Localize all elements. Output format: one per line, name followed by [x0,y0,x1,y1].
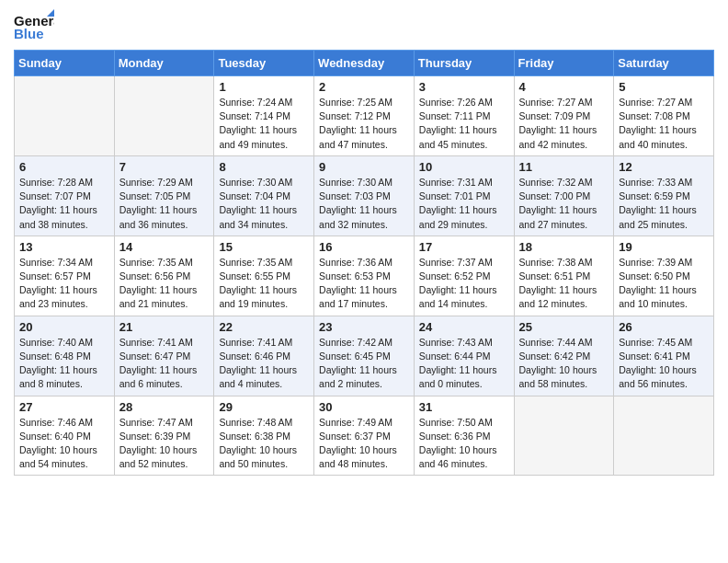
calendar-cell: 30Sunrise: 7:49 AM Sunset: 6:37 PM Dayli… [314,396,415,476]
day-detail: Sunrise: 7:38 AM Sunset: 6:51 PM Dayligh… [519,256,609,312]
day-number: 15 [219,240,309,254]
calendar-cell: 26Sunrise: 7:45 AM Sunset: 6:41 PM Dayli… [614,316,714,396]
day-of-week-header: Friday [514,51,614,76]
day-of-week-header: Monday [114,51,214,76]
day-detail: Sunrise: 7:37 AM Sunset: 6:52 PM Dayligh… [419,256,509,312]
calendar-cell: 11Sunrise: 7:32 AM Sunset: 7:00 PM Dayli… [514,155,614,236]
calendar-cell: 23Sunrise: 7:42 AM Sunset: 6:45 PM Dayli… [314,316,415,396]
day-number: 29 [219,400,309,414]
calendar-cell [514,396,614,476]
calendar-cell: 22Sunrise: 7:41 AM Sunset: 6:46 PM Dayli… [214,316,314,396]
calendar-cell: 13Sunrise: 7:34 AM Sunset: 6:57 PM Dayli… [15,236,115,316]
day-number: 23 [319,320,409,334]
day-of-week-header: Thursday [414,51,514,76]
calendar-cell: 2Sunrise: 7:25 AM Sunset: 7:12 PM Daylig… [314,76,415,156]
day-number: 10 [419,160,509,174]
day-detail: Sunrise: 7:40 AM Sunset: 6:48 PM Dayligh… [19,336,109,392]
calendar-cell: 8Sunrise: 7:30 AM Sunset: 7:04 PM Daylig… [214,155,314,236]
day-detail: Sunrise: 7:49 AM Sunset: 6:37 PM Dayligh… [319,416,409,472]
day-number: 9 [319,160,409,174]
svg-text:Blue: Blue [14,26,44,41]
day-detail: Sunrise: 7:44 AM Sunset: 6:42 PM Dayligh… [519,336,609,392]
day-detail: Sunrise: 7:50 AM Sunset: 6:36 PM Dayligh… [419,416,509,472]
day-number: 26 [619,320,709,334]
calendar-cell: 20Sunrise: 7:40 AM Sunset: 6:48 PM Dayli… [15,316,115,396]
day-detail: Sunrise: 7:33 AM Sunset: 6:59 PM Dayligh… [619,176,709,232]
day-detail: Sunrise: 7:36 AM Sunset: 6:53 PM Dayligh… [319,256,409,312]
calendar-cell: 21Sunrise: 7:41 AM Sunset: 6:47 PM Dayli… [114,316,214,396]
day-detail: Sunrise: 7:45 AM Sunset: 6:41 PM Dayligh… [619,336,709,392]
day-number: 17 [419,240,509,254]
day-detail: Sunrise: 7:35 AM Sunset: 6:56 PM Dayligh… [119,256,210,312]
calendar-cell: 9Sunrise: 7:30 AM Sunset: 7:03 PM Daylig… [314,155,415,236]
day-number: 1 [219,80,309,94]
calendar-cell: 10Sunrise: 7:31 AM Sunset: 7:01 PM Dayli… [414,155,514,236]
day-detail: Sunrise: 7:25 AM Sunset: 7:12 PM Dayligh… [319,96,409,152]
calendar-cell [114,76,214,156]
day-number: 12 [619,160,709,174]
day-number: 30 [319,400,409,414]
day-detail: Sunrise: 7:39 AM Sunset: 6:50 PM Dayligh… [619,256,709,312]
calendar-table: SundayMondayTuesdayWednesdayThursdayFrid… [14,50,714,476]
calendar-cell: 1Sunrise: 7:24 AM Sunset: 7:14 PM Daylig… [214,76,314,156]
day-number: 27 [19,400,109,414]
calendar-cell [15,76,115,156]
day-number: 21 [119,320,210,334]
calendar-cell [614,396,714,476]
day-number: 7 [119,160,210,174]
day-number: 31 [419,400,509,414]
day-number: 13 [19,240,109,254]
calendar-cell: 4Sunrise: 7:27 AM Sunset: 7:09 PM Daylig… [514,76,614,156]
calendar-cell: 25Sunrise: 7:44 AM Sunset: 6:42 PM Dayli… [514,316,614,396]
day-detail: Sunrise: 7:29 AM Sunset: 7:05 PM Dayligh… [119,176,210,232]
day-detail: Sunrise: 7:27 AM Sunset: 7:08 PM Dayligh… [619,96,709,152]
day-detail: Sunrise: 7:47 AM Sunset: 6:39 PM Dayligh… [119,416,210,472]
day-of-week-header: Sunday [15,51,115,76]
day-number: 8 [219,160,309,174]
calendar-cell: 6Sunrise: 7:28 AM Sunset: 7:07 PM Daylig… [15,155,115,236]
page-header: General Blue [14,9,714,42]
calendar-cell: 15Sunrise: 7:35 AM Sunset: 6:55 PM Dayli… [214,236,314,316]
day-number: 6 [19,160,109,174]
day-number: 28 [119,400,210,414]
day-detail: Sunrise: 7:46 AM Sunset: 6:40 PM Dayligh… [19,416,109,472]
calendar-cell: 3Sunrise: 7:26 AM Sunset: 7:11 PM Daylig… [414,76,514,156]
day-detail: Sunrise: 7:32 AM Sunset: 7:00 PM Dayligh… [519,176,609,232]
day-detail: Sunrise: 7:35 AM Sunset: 6:55 PM Dayligh… [219,256,309,312]
calendar-cell: 19Sunrise: 7:39 AM Sunset: 6:50 PM Dayli… [614,236,714,316]
calendar-cell: 18Sunrise: 7:38 AM Sunset: 6:51 PM Dayli… [514,236,614,316]
calendar-cell: 24Sunrise: 7:43 AM Sunset: 6:44 PM Dayli… [414,316,514,396]
day-of-week-header: Tuesday [214,51,314,76]
calendar-cell: 5Sunrise: 7:27 AM Sunset: 7:08 PM Daylig… [614,76,714,156]
day-number: 5 [619,80,709,94]
day-number: 25 [519,320,609,334]
day-detail: Sunrise: 7:27 AM Sunset: 7:09 PM Dayligh… [519,96,609,152]
day-detail: Sunrise: 7:30 AM Sunset: 7:03 PM Dayligh… [319,176,409,232]
calendar-cell: 29Sunrise: 7:48 AM Sunset: 6:38 PM Dayli… [214,396,314,476]
calendar-cell: 17Sunrise: 7:37 AM Sunset: 6:52 PM Dayli… [414,236,514,316]
calendar-cell: 28Sunrise: 7:47 AM Sunset: 6:39 PM Dayli… [114,396,214,476]
calendar-cell: 14Sunrise: 7:35 AM Sunset: 6:56 PM Dayli… [114,236,214,316]
day-detail: Sunrise: 7:48 AM Sunset: 6:38 PM Dayligh… [219,416,309,472]
day-number: 22 [219,320,309,334]
day-detail: Sunrise: 7:31 AM Sunset: 7:01 PM Dayligh… [419,176,509,232]
day-detail: Sunrise: 7:43 AM Sunset: 6:44 PM Dayligh… [419,336,509,392]
day-detail: Sunrise: 7:30 AM Sunset: 7:04 PM Dayligh… [219,176,309,232]
calendar-cell: 16Sunrise: 7:36 AM Sunset: 6:53 PM Dayli… [314,236,415,316]
logo: General Blue [14,9,54,42]
day-number: 3 [419,80,509,94]
day-number: 14 [119,240,210,254]
day-detail: Sunrise: 7:28 AM Sunset: 7:07 PM Dayligh… [19,176,109,232]
day-of-week-header: Wednesday [314,51,415,76]
day-detail: Sunrise: 7:42 AM Sunset: 6:45 PM Dayligh… [319,336,409,392]
calendar-cell: 7Sunrise: 7:29 AM Sunset: 7:05 PM Daylig… [114,155,214,236]
day-number: 20 [19,320,109,334]
day-detail: Sunrise: 7:41 AM Sunset: 6:47 PM Dayligh… [119,336,210,392]
day-number: 4 [519,80,609,94]
day-detail: Sunrise: 7:34 AM Sunset: 6:57 PM Dayligh… [19,256,109,312]
day-number: 16 [319,240,409,254]
calendar-cell: 31Sunrise: 7:50 AM Sunset: 6:36 PM Dayli… [414,396,514,476]
day-detail: Sunrise: 7:26 AM Sunset: 7:11 PM Dayligh… [419,96,509,152]
logo-icon: General Blue [14,9,54,42]
day-number: 2 [319,80,409,94]
